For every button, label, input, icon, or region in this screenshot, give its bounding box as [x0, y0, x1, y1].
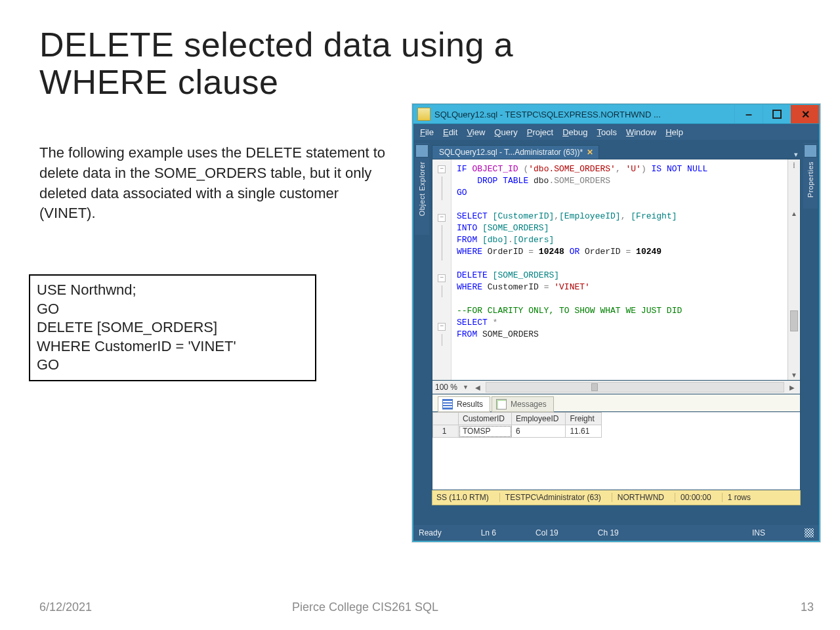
footer-center: Pierce College CIS261 SQL [292, 600, 438, 614]
grid-cell-employeeid[interactable]: 6 [512, 425, 566, 438]
menu-window[interactable]: Window [626, 127, 656, 137]
results-grid-icon [442, 399, 453, 410]
hscroll-right-icon[interactable]: ▶ [787, 384, 797, 391]
minimize-button[interactable]: – [734, 105, 763, 123]
slide-body: The following example uses the DELETE st… [39, 143, 387, 224]
ssms-window: SQLQuery12.sql - TESTPC\SQLEXPRESS.NORTH… [412, 104, 820, 542]
grid-header-employeeid[interactable]: EmployeeID [512, 413, 566, 425]
window-title: SQLQuery12.sql - TESTPC\SQLEXPRESS.NORTH… [434, 110, 734, 119]
hscroll-left-icon[interactable]: ◀ [472, 384, 483, 391]
menu-view[interactable]: View [467, 127, 485, 137]
editor-zoom-row: 100 % ▼ ◀ ▶ [432, 381, 801, 394]
right-dock[interactable]: Properties [803, 143, 818, 209]
results-tab[interactable]: Results [438, 396, 490, 412]
status-database: NORTHWND [612, 493, 669, 502]
properties-icon[interactable] [804, 144, 817, 158]
messages-tab-label: Messages [511, 400, 547, 409]
slide-title: DELETE selected data using a WHERE claus… [39, 26, 630, 101]
object-explorer-icon[interactable] [415, 144, 429, 158]
app-icon [417, 108, 430, 121]
window-titlebar[interactable]: SQLQuery12.sql - TESTPC\SQLEXPRESS.NORTH… [413, 105, 819, 124]
scrollbar-thumb[interactable] [790, 310, 798, 331]
scroll-up-icon[interactable]: ▲ [791, 210, 797, 217]
menu-query[interactable]: Query [494, 127, 517, 137]
messages-icon [496, 399, 507, 410]
menu-edit[interactable]: Edit [443, 127, 457, 137]
left-dock[interactable]: Object Explorer [415, 143, 429, 235]
maximize-button[interactable] [763, 105, 791, 123]
grid-header-customerid[interactable]: CustomerID [459, 413, 512, 425]
editor-horizontal-scrollbar[interactable] [486, 382, 784, 392]
scroll-down-icon[interactable]: ▼ [791, 371, 797, 379]
document-tab-strip: SQLQuery12.sql - T...Administrator (63))… [432, 143, 801, 159]
grid-cell-freight[interactable]: 11.61 [566, 425, 601, 438]
status-ch: Ch 19 [598, 528, 619, 537]
menu-tools[interactable]: Tools [597, 127, 617, 137]
zoom-percent[interactable]: 100 % [435, 383, 459, 392]
tab-close-icon[interactable]: ✕ [587, 148, 593, 157]
menu-help[interactable]: Help [665, 127, 683, 137]
footer-page-number: 13 [801, 600, 814, 614]
results-grid[interactable]: CustomerID EmployeeID Freight 1 TOMSP 6 … [432, 412, 801, 490]
status-ready: Ready [419, 528, 442, 537]
document-tab-label: SQLQuery12.sql - T...Administrator (63))… [439, 148, 583, 157]
splitter-icon[interactable]: ⁞ [793, 161, 795, 170]
grid-row-number: 1 [433, 425, 459, 438]
properties-label[interactable]: Properties [807, 161, 814, 198]
tab-overflow-icon[interactable]: ▾ [794, 150, 801, 159]
status-user: TESTPC\Administrator (63) [499, 493, 606, 502]
close-button[interactable]: ✕ [791, 105, 819, 123]
messages-tab[interactable]: Messages [492, 396, 554, 412]
menu-file[interactable]: File [420, 127, 434, 137]
status-col: Col 19 [536, 528, 558, 537]
zoom-dropdown-icon[interactable]: ▼ [459, 384, 472, 390]
grid-row[interactable]: 1 TOMSP 6 11.61 [433, 425, 602, 438]
grid-header-row: CustomerID EmployeeID Freight [433, 413, 602, 425]
object-explorer-label[interactable]: Object Explorer [418, 161, 426, 216]
status-line: Ln 6 [481, 528, 496, 537]
results-tab-label: Results [457, 400, 483, 409]
footer-date: 6/12/2021 [39, 600, 92, 614]
resize-grip-icon[interactable] [805, 528, 814, 537]
query-status-bar: SS (11.0 RTM) TESTPC\Administrator (63) … [432, 490, 801, 505]
document-tab[interactable]: SQLQuery12.sql - T...Administrator (63))… [432, 145, 599, 159]
menu-bar[interactable]: File Edit View Query Project Debug Tools… [413, 124, 819, 140]
menu-debug[interactable]: Debug [562, 127, 587, 137]
grid-header-freight[interactable]: Freight [566, 413, 601, 425]
grid-cell-customerid[interactable]: TOMSP [459, 425, 512, 438]
status-elapsed: 00:00:00 [675, 493, 717, 502]
status-ins: INS [752, 528, 765, 537]
sql-code[interactable]: IF OBJECT_ID ('dbo.SOME_ORDERS', 'U') IS… [452, 159, 788, 380]
svg-rect-0 [773, 110, 781, 118]
editor-gutter: − − − − [432, 159, 452, 380]
hscroll-thumb[interactable] [591, 383, 598, 391]
results-tab-strip: Results Messages [432, 394, 801, 412]
sql-editor[interactable]: − − − − IF OBJECT_ID ('dbo.SOME_ORDERS',… [432, 159, 801, 381]
app-status-bar: Ready Ln 6 Col 19 Ch 19 INS [413, 525, 819, 541]
status-rowcount: 1 rows [722, 493, 756, 502]
status-version: SS (11.0 RTM) [435, 493, 494, 502]
slide-code-box: USE Northwnd; GO DELETE [SOME_ORDERS] WH… [29, 274, 316, 381]
editor-vertical-scrollbar[interactable]: ⁞ ▲ ▼ [788, 159, 800, 380]
menu-project[interactable]: Project [527, 127, 553, 137]
